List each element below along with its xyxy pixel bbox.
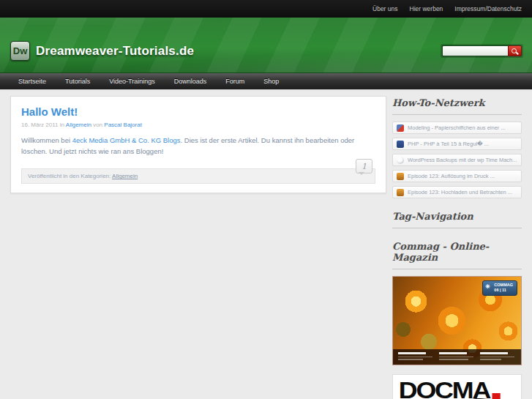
nav-item-video-trainings[interactable]: Video-Trainings [100,74,165,89]
site-title: Dreamweaver-Tutorials.de [36,44,194,59]
site-favicon-icon [397,141,404,148]
commag-badge-title: COMMAG [494,283,513,288]
published-categories-strip: Veröffentlicht in den Kategorien: Allgem… [21,168,375,184]
topbar-link-ueber-uns[interactable]: Über uns [367,2,404,15]
howto-item-label: PHP - PHP à Teil 15 â Regul� ... [408,141,489,147]
page: Über uns Hier werben Impressum/Datenschu… [0,0,532,399]
topbar-link-impressum[interactable]: Impressum/Datenschutz [449,2,528,15]
sidebar: How-To-Netzwerk Modeling - Papierschiffc… [392,96,522,399]
post-date: 16. März 2011 [21,122,59,128]
blog-post: Hallo Welt! 16. März 2011 in Allgemein v… [10,96,386,193]
post-body-text-after: . Dies ist der erste Artikel. Du kannst … [21,136,354,155]
top-utility-bar: Über uns Hier werben Impressum/Datenschu… [0,0,532,18]
howto-item-label: Episode 123: Hochladen und Betrachten ..… [408,189,512,195]
search-button[interactable] [508,45,522,56]
post-title-link[interactable]: Hallo Welt! [21,105,78,118]
post-body: Willkommen bei 4eck Media GmbH & Co. KG … [21,135,375,157]
docma-magazine-cover[interactable]: DOCMA [392,374,522,399]
nav-item-tutorials[interactable]: Tutorials [56,74,100,89]
published-label: Veröffentlicht in den Kategorien: [28,173,110,179]
dreamweaver-logo-icon: Dw [10,41,30,61]
cover-caption-column [439,352,475,362]
sidebar-heading-howto-netzwerk: How-To-Netzwerk [392,96,522,115]
howto-list-item[interactable]: PHP - PHP à Teil 15 â Regul� ... [392,138,522,150]
howto-list-item[interactable]: WordPress Backups mit der wp Time Mach..… [392,154,522,166]
nav-item-forum[interactable]: Forum [216,74,254,89]
search-box [441,44,523,58]
site-favicon-icon [397,124,404,132]
cover-caption-column [480,352,516,362]
site-header: Dw Dreamweaver-Tutorials.de [0,18,532,73]
post-body-link[interactable]: 4eck Media GmbH & Co. KG Blogs [72,136,181,144]
post-body-text-before: Willkommen bei [21,136,70,144]
post-category-link[interactable]: Allgemein [66,122,91,128]
howto-list-item[interactable]: Modeling - Papierschiffchen aus einer ..… [392,122,522,134]
search-input[interactable] [442,45,508,56]
howto-list-item[interactable]: Episode 123: Hochladen und Betrachten ..… [392,186,522,198]
post-meta-von-label: von [93,122,102,128]
commag-issue-badge: COMMAG 06 | 11 [482,280,517,296]
comment-count-bubble[interactable]: 1 [356,159,372,174]
sidebar-heading-commag: Commag - Online-Magazin [392,239,522,269]
search-icon [512,48,517,53]
commag-cover-caption [393,349,521,365]
howto-list-item[interactable]: Episode 123: Auflösung im Druck ... [392,170,522,182]
article-column: Hallo Welt! 16. März 2011 in Allgemein v… [10,96,386,399]
nav-item-downloads[interactable]: Downloads [165,74,217,89]
post-meta: 16. März 2011 in Allgemein von Pascal Ba… [21,122,375,128]
footer-category-link[interactable]: Allgemein [112,173,138,179]
post-meta-in-label: in [60,122,64,128]
howto-item-label: Modeling - Papierschiffchen aus einer ..… [408,124,506,131]
wordpress-favicon-icon [397,157,404,164]
howto-item-label: WordPress Backups mit der wp Time Mach..… [408,157,517,163]
sidebar-heading-tag-navigation: Tag-Navigation [392,209,522,228]
commag-magazine-cover[interactable]: COMMAG 06 | 11 [392,276,522,365]
main-navigation: Startseite Tutorials Video-Trainings Dow… [0,73,532,90]
site-favicon-icon [397,189,404,196]
nav-item-shop[interactable]: Shop [254,74,288,89]
post-author-link[interactable]: Pascal Bajorat [104,122,142,128]
topbar-link-hier-werben[interactable]: Hier werben [404,2,449,15]
site-logo-link[interactable]: Dw Dreamweaver-Tutorials.de [10,41,194,61]
commag-badge-issue: 06 | 11 [494,288,513,293]
nav-item-startseite[interactable]: Startseite [9,74,56,89]
content-area: Hallo Welt! 16. März 2011 in Allgemein v… [0,90,532,399]
post-footer: Veröffentlicht in den Kategorien: Allgem… [21,168,375,184]
cover-caption-column [398,352,434,362]
site-favicon-icon [397,173,404,180]
howto-item-label: Episode 123: Auflösung im Druck ... [408,173,495,179]
docma-cover-illustration [433,395,521,399]
